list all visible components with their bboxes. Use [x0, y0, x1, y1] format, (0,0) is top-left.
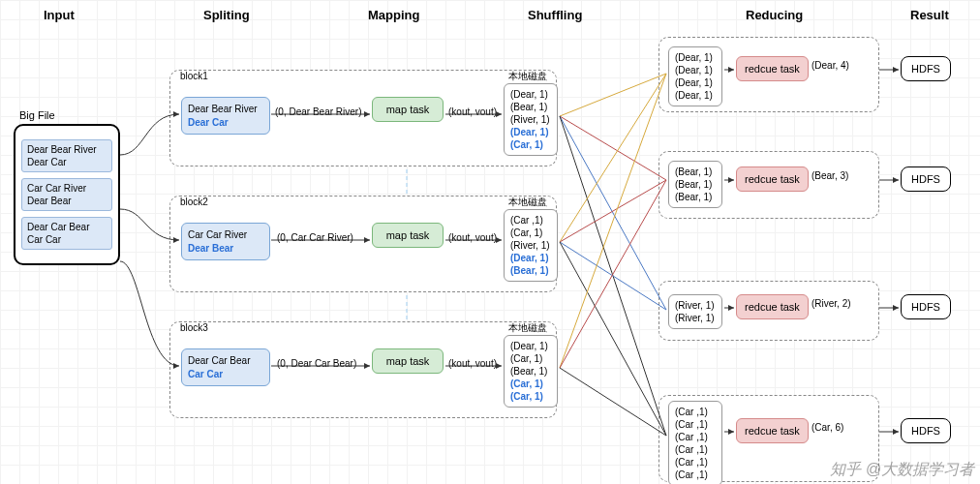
block1-split: Dear Bear RiverDear Car: [181, 97, 270, 135]
block2-edge-out: (kout, vout): [448, 232, 497, 243]
block3-edge-in: (0, Dear Car Bear): [277, 358, 356, 369]
block2-label: block2: [178, 195, 210, 209]
reduce4-hdfs: HDFS: [901, 418, 951, 443]
reduce1-task: redcue task: [736, 56, 809, 81]
file-chunk: Dear Bear RiverDear Car: [21, 139, 112, 172]
file-chunk: Dear Car BearCar Car: [21, 217, 112, 250]
block1-map: map task: [372, 97, 444, 122]
stage-shuffling: Shuffling: [528, 8, 582, 22]
block1-disk: 本地磁盘: [508, 70, 547, 83]
reduce4-in: (Car ,1)(Car ,1)(Car ,1)(Car ,1)(Car ,1)…: [668, 401, 722, 484]
reduce3-hdfs: HDFS: [901, 294, 951, 319]
block3-edge-out: (kout, vout): [448, 358, 497, 369]
reduce2-in: (Bear, 1)(Bear, 1)(Bear, 1): [668, 161, 722, 208]
block3-label: block3: [178, 320, 210, 335]
block3-split: Dear Car BearCar Car: [181, 348, 270, 386]
block1-edge-in: (0, Dear Bear River): [275, 106, 361, 117]
reduce2-task: redcue task: [736, 166, 809, 192]
watermark: 知乎 @大数据学习者: [830, 460, 974, 480]
reduce4-task: redcue task: [736, 418, 809, 443]
stage-input: Input: [44, 8, 75, 22]
reduce2-out: (Bear, 3): [812, 170, 848, 181]
block2-disk: 本地磁盘: [508, 196, 547, 209]
block2-map: map task: [372, 223, 444, 248]
big-file-label: Big File: [19, 109, 55, 121]
input-box: Dear Bear RiverDear Car Car Car RiverDea…: [14, 124, 120, 265]
file-chunk: Car Car RiverDear Bear: [21, 178, 112, 211]
block1-edge-out: (kout, vout): [448, 106, 497, 117]
reduce3-in: (River, 1)(River, 1): [668, 294, 722, 329]
reduce1-hdfs: HDFS: [901, 56, 951, 81]
block2-split: Car Car RiverDear Bear: [181, 223, 270, 260]
reduce1-in: (Dear, 1)(Dear, 1)(Dear, 1)(Dear, 1): [668, 46, 722, 106]
block3-map: map task: [372, 348, 444, 374]
block3-disk: 本地磁盘: [508, 321, 547, 335]
reduce2-hdfs: HDFS: [901, 166, 951, 192]
stage-result: Result: [910, 8, 949, 22]
reduce3-task: redcue task: [736, 294, 809, 319]
reduce3-out: (River, 2): [812, 298, 851, 309]
reduce1-out: (Dear, 4): [812, 60, 849, 71]
stage-reducing: Reducing: [746, 8, 803, 22]
block3-kv: (Dear, 1)(Car, 1)(Bear, 1) (Car, 1)(Car,…: [504, 335, 558, 408]
reduce4-out: (Car, 6): [812, 422, 843, 433]
block2-kv: (Car ,1)(Car, 1)(River, 1) (Dear, 1)(Bea…: [504, 209, 558, 282]
stage-splitting: Spliting: [203, 8, 250, 22]
block2-edge-in: (0, Car Car River): [277, 232, 353, 243]
stage-mapping: Mapping: [368, 8, 419, 22]
block1-kv: (Dear, 1)(Bear, 1)(River, 1) (Dear, 1)(C…: [504, 83, 558, 156]
block1-label: block1: [178, 69, 210, 83]
